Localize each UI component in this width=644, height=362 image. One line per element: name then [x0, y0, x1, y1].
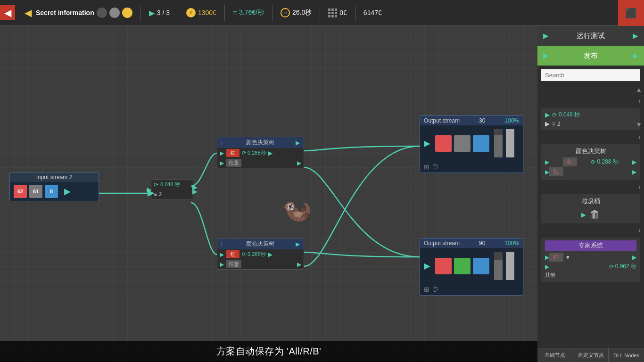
red-conn-1: ▶: [545, 159, 549, 165]
process-count: 2: [159, 191, 162, 197]
timer-icon: ⏱: [281, 8, 290, 17]
output-stream-top[interactable]: Output stream 30 100% ▶ ⊞ ⏱: [420, 115, 523, 173]
arrow-icon: ◀: [25, 7, 32, 18]
count-val-panel: 2: [557, 121, 561, 127]
item-blue: 8: [45, 185, 58, 198]
output-top-left-conn: ▶: [424, 138, 430, 148]
scroll-up-arrow[interactable]: ▲: [636, 86, 642, 93]
output-top-bar-fill: [494, 135, 503, 157]
output-bottom-items: ▶: [420, 248, 523, 284]
count-connector: ▶: [545, 120, 550, 127]
color-tree-bottom-node[interactable]: i 颜色决策树 ▶ ▶ 红 ⟳ 0.288秒 ▶ ▶ 任意 ▶: [217, 238, 304, 270]
run-arrow-right: ▶: [633, 32, 638, 40]
panel-red-val: ⟳ 0.288 秒: [591, 158, 618, 166]
info-row-3: i: [537, 183, 644, 191]
panel-speed-node[interactable]: ▶ ⟳ 0.048 秒 ▶ ≡ 2: [541, 108, 640, 130]
total-area: 6147€: [358, 9, 388, 16]
red-left-connector: ▶: [220, 150, 224, 156]
connector-left: ▶: [147, 186, 152, 193]
output-top-bar2: [506, 129, 514, 157]
publish-button[interactable]: ▶ 发布 ▶: [537, 46, 644, 66]
color-tree-top-any-row: ▶ 任意 ▶: [217, 158, 304, 168]
panel-expert-node[interactable]: 专家系统 ▶ 红 ▼ ▶ ▶ ⟳ 0.962 秒 其他: [541, 238, 640, 282]
layers-icon-2[interactable]: ⊞: [424, 286, 429, 293]
medal-3: [122, 8, 132, 18]
panel-red-label-2: 红: [549, 167, 563, 176]
medal-1: [97, 8, 107, 18]
total-value: 6147€: [363, 9, 382, 16]
input-node-title: Input stream 2: [10, 173, 99, 182]
coins-area: € 1300€: [181, 8, 222, 17]
progress-area: ▶ 3 / 3: [143, 8, 175, 17]
output-bottom-bar-fill: [494, 260, 503, 280]
any-left-connector: ▶: [220, 160, 224, 166]
connector-bottom-right: ▶: [192, 188, 198, 195]
grid-value: 0€: [339, 9, 347, 16]
tab-custom-nodes[interactable]: 自定义节点: [573, 348, 609, 362]
divider-1: [140, 5, 141, 21]
output-bottom-bar2-fill: [506, 252, 514, 280]
any-label-2: 任意: [226, 260, 241, 268]
tab-basic-nodes[interactable]: 基础节点: [537, 348, 573, 362]
flow-area: ≡ 3.76€/秒: [227, 8, 270, 17]
red-left-connector-2: ▶: [220, 251, 224, 258]
scroll-down-area: ▼: [636, 120, 642, 129]
output-top-bar: [494, 129, 503, 157]
exit-icon: ⬛: [625, 8, 637, 19]
search-input[interactable]: [541, 69, 640, 81]
panel-expert-red: ▶ 红 ▼ ▶: [545, 253, 636, 262]
color-tree-bottom-out: ▶: [296, 241, 300, 247]
grid-icon: [328, 8, 337, 17]
canvas-area[interactable]: Input stream 2 62 61 8 ▶ ⟳ 0.048 秒 ≡ 2 ▶…: [0, 26, 537, 362]
info-dot-3: i: [639, 184, 640, 190]
output-stream-bottom[interactable]: Output stream 90 100% ▶ ⊞ ⏱: [420, 238, 523, 296]
speed-icon: ⟳: [154, 181, 158, 188]
back-button[interactable]: ◀: [0, 5, 15, 20]
pub-arrow-left: ▶: [543, 51, 549, 60]
exit-button[interactable]: ⬛: [618, 0, 644, 26]
layers-icon[interactable]: ⊞: [424, 163, 429, 171]
run-arrow-left: ▶: [543, 32, 549, 40]
tab-dll-nodes[interactable]: DLL Nodes: [609, 348, 644, 362]
panel-color-tree-node[interactable]: 颜色决策树 ▶ 红 ⟳ 0.288 秒 ▶ ▶ 红 ▶: [541, 144, 640, 180]
color-tree-bottom-header: i 颜色决策树 ▶: [217, 239, 304, 249]
run-test-button[interactable]: ▶ 运行测试 ▶: [537, 26, 644, 46]
speed-icon-panel: ⟳: [552, 112, 557, 118]
trash-icon: 🗑: [590, 208, 600, 221]
process-speed-row: ⟳ 0.048 秒: [151, 180, 193, 189]
red-label-2: 红: [226, 250, 239, 258]
info-row-1: i: [537, 97, 644, 105]
input-stream-node[interactable]: Input stream 2 62 61 8 ▶: [9, 172, 99, 201]
red-speed-2: ⟳ 0.288秒: [242, 251, 266, 258]
panel-scroll[interactable]: i ▶ ⟳ 0.048 秒 ▶ ≡ 2 i 颜色决策树 ▶ 红: [537, 94, 644, 348]
process-node[interactable]: ⟳ 0.048 秒 ≡ 2 ▶ ▶ ▶: [151, 179, 193, 199]
item-gray: 61: [29, 185, 42, 198]
coin-icon: €: [186, 8, 196, 17]
red-conn-right: ▶: [632, 159, 636, 165]
process-count-row: ≡ 2: [151, 189, 193, 199]
timer-icon-out-2[interactable]: ⏱: [432, 286, 438, 293]
panel-trash-node[interactable]: 垃圾桶 ▶ 🗑: [541, 194, 640, 223]
expert-dropdown[interactable]: ▼: [565, 255, 570, 260]
color-tree-top-red-row: ▶ 红 ⟳ 0.288秒 ▶: [217, 148, 304, 158]
color-tree-bottom-title: 颜色决策树: [224, 240, 296, 248]
mascot: 🦦: [278, 191, 316, 229]
panel-expert-other: 其他: [545, 272, 636, 279]
timer-icon-out[interactable]: ⏱: [432, 163, 438, 171]
expert-other-label: 其他: [545, 272, 555, 279]
status-bar: 方案自动保存为 'All/R/B': [0, 341, 537, 362]
search-box: [537, 66, 644, 85]
info-icon: i: [221, 140, 222, 146]
red-right-connector: ▶: [268, 150, 272, 156]
output-item-green: [454, 258, 471, 274]
bottom-tabs: 基础节点 自定义节点 DLL Nodes: [537, 348, 644, 362]
progress-icon: ▶: [149, 8, 155, 17]
output-item-blue-2: [473, 258, 489, 274]
trash-connector: ▶: [581, 211, 586, 218]
panel-color-tree-red: ▶ 红 ⟳ 0.288 秒 ▶: [545, 157, 636, 166]
status-message: 方案自动保存为 'All/R/B': [216, 345, 322, 358]
scroll-down-arrow[interactable]: ▼: [636, 121, 642, 128]
output-connector: ▶: [64, 186, 71, 197]
info-dot-2: i: [639, 134, 640, 140]
color-tree-top-node[interactable]: i 颜色决策树 ▶ ▶ 红 ⟳ 0.288秒 ▶ ▶ 任意 ▶: [217, 137, 304, 168]
